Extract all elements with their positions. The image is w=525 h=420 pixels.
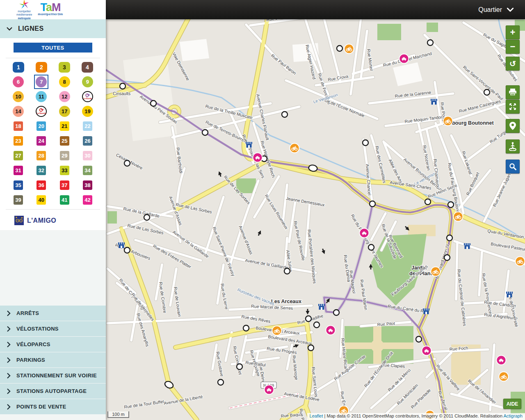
- transit-stop-marker[interactable]: [416, 336, 422, 342]
- line-chip-23[interactable]: 23: [14, 136, 23, 146]
- point-de-vente-marker[interactable]: [464, 243, 470, 249]
- transit-stop-marker[interactable]: [447, 235, 452, 241]
- velostation-marker[interactable]: [272, 326, 282, 336]
- transit-stop-marker[interactable]: [237, 364, 242, 370]
- point-de-vente-marker[interactable]: [318, 304, 325, 310]
- line-chip-3[interactable]: 3: [59, 62, 70, 73]
- sidebar-section-v-loparcs[interactable]: VÉLOPARCS: [0, 337, 106, 352]
- line-chip-12[interactable]: 12: [59, 91, 70, 102]
- transit-stop-marker[interactable]: [151, 100, 156, 106]
- line-chip-11[interactable]: 11: [36, 91, 47, 102]
- line-chip-7[interactable]: 7: [36, 76, 47, 87]
- print-button[interactable]: [506, 85, 520, 99]
- autopartage-marker[interactable]: [497, 356, 506, 365]
- line-chip-41[interactable]: 41: [60, 195, 69, 205]
- autopartage-marker[interactable]: [422, 346, 431, 356]
- transit-stop-marker[interactable]: [120, 83, 126, 89]
- line-chip-33[interactable]: 33: [60, 166, 69, 175]
- quartier-dropdown[interactable]: Quartier: [478, 6, 514, 14]
- point-de-vente-marker[interactable]: [431, 99, 437, 105]
- amigo-line-item[interactable]: ★★ʘʘ L'AMIGO: [0, 213, 106, 226]
- transit-stop-marker[interactable]: [243, 325, 249, 331]
- sidebar-section-stationnement-sur-voirie[interactable]: STATIONNEMENT SUR VOIRIE: [0, 368, 106, 383]
- sidebar-section-arr-ts[interactable]: ARRÊTS: [0, 306, 106, 321]
- point-de-vente-marker[interactable]: [246, 142, 252, 148]
- transit-stop-marker[interactable]: [284, 268, 290, 274]
- line-chip-21[interactable]: 21: [60, 121, 69, 131]
- search-button[interactable]: [506, 160, 520, 173]
- line-chip-36[interactable]: 36: [37, 180, 46, 190]
- transit-stop-marker[interactable]: [308, 345, 314, 351]
- transit-stop-marker[interactable]: [124, 160, 130, 166]
- line-chip-1[interactable]: 1: [13, 62, 24, 73]
- sidebar-section-points-de-vente[interactable]: POINTS DE VENTE: [0, 399, 106, 414]
- transit-stop-marker[interactable]: [427, 40, 433, 46]
- transit-stop-marker[interactable]: [144, 215, 150, 220]
- sidebar-section-v-lostations[interactable]: VÉLOSTATIONS: [0, 321, 106, 336]
- velostation-marker[interactable]: [443, 116, 453, 126]
- line-chip-la-ronde[interactable]: ⟳La Ronde: [82, 91, 93, 102]
- map-canvas[interactable]: Voie DomitienneRue JacquesAvenue Charles…: [106, 19, 525, 420]
- line-chip-28[interactable]: 28: [37, 151, 46, 160]
- transit-stop-marker[interactable]: [370, 201, 375, 207]
- line-chip-31[interactable]: 31: [14, 166, 23, 175]
- pedestrian-button[interactable]: [506, 139, 520, 153]
- line-chip-20[interactable]: 20: [37, 121, 46, 131]
- line-chip-25[interactable]: 25: [60, 136, 69, 146]
- velostation-marker[interactable]: [499, 372, 509, 381]
- toutes-button[interactable]: TOUTES: [14, 43, 92, 52]
- line-chip-24[interactable]: 24: [37, 136, 46, 146]
- line-chip-37[interactable]: 37: [60, 180, 69, 190]
- velostation-marker[interactable]: [431, 267, 441, 276]
- line-chip-26[interactable]: 26: [83, 136, 92, 146]
- transit-stop-marker[interactable]: [425, 199, 431, 205]
- line-chip-42[interactable]: 42: [83, 195, 92, 205]
- autopartage-marker[interactable]: [399, 54, 409, 64]
- zoom-out-button[interactable]: −: [506, 40, 520, 54]
- line-chip-29[interactable]: 29: [60, 151, 69, 160]
- sidebar-section-stations-autopartage[interactable]: STATIONS AUTOPARTAGE: [0, 383, 106, 399]
- transit-stop-marker[interactable]: [124, 247, 130, 253]
- transit-stop-marker[interactable]: [282, 112, 288, 117]
- velostation-marker[interactable]: [454, 212, 463, 221]
- reset-view-button[interactable]: ↺: [506, 57, 520, 71]
- line-chip-8[interactable]: 8: [59, 76, 70, 87]
- transit-stop-marker[interactable]: [448, 202, 454, 208]
- autopartage-marker[interactable]: [253, 153, 262, 162]
- transit-stop-marker[interactable]: [306, 316, 311, 322]
- point-de-vente-marker[interactable]: [118, 242, 125, 248]
- transit-stop-marker[interactable]: [314, 322, 320, 328]
- line-chip-40[interactable]: 40: [37, 195, 46, 205]
- transit-stop-marker[interactable]: [337, 46, 342, 51]
- transit-stop-marker[interactable]: [484, 89, 490, 95]
- transit-stop-marker[interactable]: [202, 130, 208, 135]
- line-chip-10[interactable]: 10: [13, 91, 24, 102]
- line-chip-39[interactable]: 39: [14, 195, 23, 205]
- line-chip-17[interactable]: 17: [59, 106, 70, 117]
- line-chip-9[interactable]: 9: [82, 76, 93, 87]
- line-chip-2[interactable]: 2: [36, 62, 47, 73]
- velostation-marker[interactable]: [290, 144, 299, 153]
- leaflet-link[interactable]: Leaflet: [310, 413, 323, 418]
- locate-button[interactable]: [506, 119, 520, 133]
- transit-stop-marker[interactable]: [444, 255, 450, 260]
- line-chip-22[interactable]: 22: [83, 121, 92, 131]
- point-de-vente-marker[interactable]: [423, 308, 429, 314]
- transit-stop-marker[interactable]: [333, 310, 339, 315]
- transit-stop-marker[interactable]: [218, 379, 224, 385]
- point-de-vente-marker[interactable]: [506, 292, 513, 297]
- line-chip-27[interactable]: 27: [14, 151, 23, 160]
- line-chip-la-navette[interactable]: ⟳La Navette: [36, 106, 47, 117]
- line-chip-4[interactable]: 4: [82, 62, 93, 73]
- line-chip-6[interactable]: 6: [13, 76, 24, 87]
- line-chip-38[interactable]: 38: [83, 180, 92, 190]
- line-chip-34[interactable]: 34: [83, 166, 92, 175]
- autopartage-marker[interactable]: [265, 385, 274, 395]
- line-chip-35[interactable]: 35: [14, 180, 23, 190]
- line-chip-32[interactable]: 32: [37, 166, 46, 175]
- sidebar-section-parkings[interactable]: PARKINGS: [0, 352, 106, 368]
- velostation-marker[interactable]: [516, 257, 525, 266]
- actigraph-link[interactable]: Actigraph: [504, 413, 523, 418]
- aide-button[interactable]: AIDE: [503, 399, 521, 409]
- lignes-section-header[interactable]: LIGNES: [0, 19, 106, 38]
